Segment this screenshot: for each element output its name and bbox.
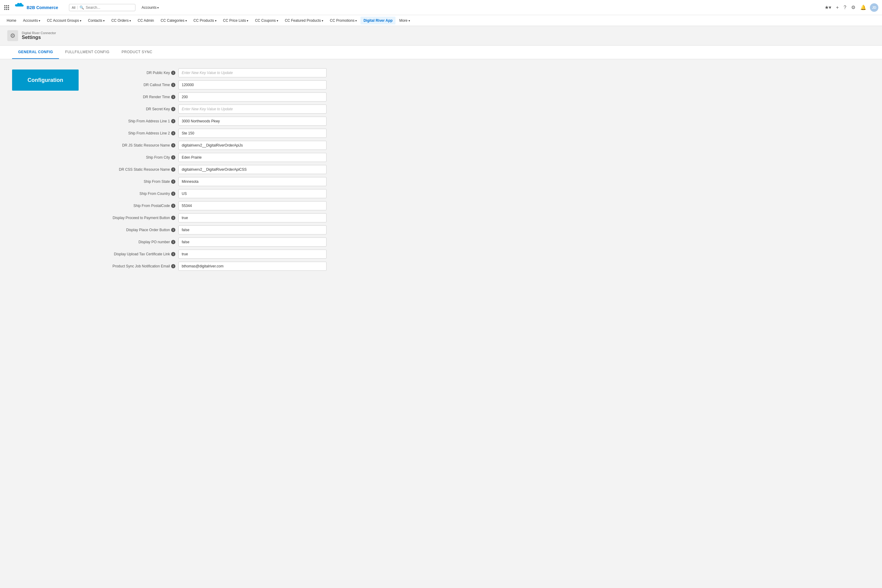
label-dr-callout-time: DR Callout Time i — [91, 83, 175, 87]
input-dr-css-static-resource-name[interactable] — [179, 165, 326, 174]
nav-contacts[interactable]: Contacts — [85, 16, 108, 24]
input-dr-js-static-resource-name[interactable] — [179, 141, 326, 150]
user-avatar[interactable]: JD — [870, 3, 878, 12]
field-ship-from-state: Ship From State i — [91, 177, 326, 186]
field-dr-callout-time: DR Callout Time i — [91, 80, 326, 90]
input-dr-public-key[interactable] — [179, 68, 326, 77]
page-header: ⚙ Digital River Connector Settings — [0, 26, 882, 46]
nav-accounts[interactable]: Accounts — [139, 4, 161, 11]
app-name: B2B Commerce — [27, 5, 58, 10]
info-icon-display-place-order-button[interactable]: i — [171, 228, 175, 232]
nav-cc-account-groups[interactable]: CC Account Groups — [44, 16, 84, 24]
salesforce-logo[interactable] — [13, 3, 24, 12]
label-ship-from-address-line-2: Ship From Address Line 2 i — [91, 131, 175, 135]
info-icon-dr-css-static-resource-name[interactable]: i — [171, 167, 175, 172]
nav-cc-featured-products[interactable]: CC Featured Products — [282, 16, 326, 24]
field-ship-from-address-line-2: Ship From Address Line 2 i — [91, 129, 326, 138]
label-ship-from-state: Ship From State i — [91, 180, 175, 184]
info-icon-dr-public-key[interactable]: i — [171, 71, 175, 75]
search-input[interactable] — [86, 6, 133, 10]
label-display-place-order-button: Display Place Order Button i — [91, 228, 175, 232]
help-button[interactable]: ? — [842, 4, 847, 12]
input-display-upload-tax-certificate-link[interactable] — [179, 250, 326, 259]
app-grid-icon[interactable] — [4, 4, 10, 10]
input-ship-from-state[interactable] — [179, 177, 326, 186]
second-navigation: Home Accounts CC Account Groups Contacts… — [0, 15, 882, 26]
input-ship-from-address-line-2[interactable] — [179, 129, 326, 138]
field-ship-from-country: Ship From Country i — [91, 189, 326, 198]
input-ship-from-address-line-1[interactable] — [179, 117, 326, 126]
info-icon-ship-from-country[interactable]: i — [171, 192, 175, 196]
field-dr-css-static-resource-name: DR CSS Static Resource Name i — [91, 165, 326, 174]
info-icon-display-upload-tax-certificate-link[interactable]: i — [171, 252, 175, 256]
tabs-bar: GENERAL CONFIG FULLFILLMENT CONFIG PRODU… — [0, 46, 882, 59]
input-product-sync-job-notification-email[interactable] — [179, 262, 326, 271]
page-subtitle: Digital River Connector — [22, 31, 56, 35]
label-dr-js-static-resource-name: DR JS Static Resource Name i — [91, 143, 175, 147]
info-icon-dr-callout-time[interactable]: i — [171, 83, 175, 87]
info-icon-ship-from-city[interactable]: i — [171, 155, 175, 159]
input-dr-callout-time[interactable] — [179, 80, 326, 90]
tab-fulfillment-config[interactable]: FULLFILLMENT CONFIG — [59, 46, 116, 59]
info-icon-dr-secret-key[interactable]: i — [171, 107, 175, 111]
label-dr-secret-key: DR Secret Key i — [91, 107, 175, 111]
label-ship-from-address-line-1: Ship From Address Line 1 i — [91, 119, 175, 123]
field-ship-from-city: Ship From City i — [91, 153, 326, 162]
label-ship-from-postal-code: Ship From PostalCode i — [91, 204, 175, 208]
label-display-upload-tax-certificate-link: Display Upload Tax Certificate Link i — [91, 252, 175, 256]
nav-cc-price-lists[interactable]: CC Price Lists — [220, 16, 252, 24]
field-dr-render-time: DR Render Time i — [91, 93, 326, 102]
info-icon-dr-js-static-resource-name[interactable]: i — [171, 143, 175, 147]
setup-button[interactable]: + — [835, 4, 840, 12]
nav-cc-products[interactable]: CC Products — [191, 16, 219, 24]
info-icon-ship-from-postal-code[interactable]: i — [171, 204, 175, 208]
input-display-proceed-to-payment-button[interactable] — [179, 213, 326, 222]
favorites-button[interactable]: ★▾ — [823, 3, 832, 12]
tab-product-sync[interactable]: PRODUCT SYNC — [116, 46, 158, 59]
nav-cc-admin[interactable]: CC Admin — [135, 16, 157, 24]
main-content: Configuration DR Public Key i DR Callout… — [0, 59, 882, 587]
input-dr-render-time[interactable] — [179, 93, 326, 102]
label-display-proceed-to-payment-button: Display Proceed to Payment Button i — [91, 216, 175, 220]
field-display-upload-tax-certificate-link: Display Upload Tax Certificate Link i — [91, 250, 326, 259]
nav-accounts[interactable]: Accounts — [20, 16, 43, 24]
info-icon-ship-from-state[interactable]: i — [171, 180, 175, 184]
input-ship-from-city[interactable] — [179, 153, 326, 162]
field-dr-js-static-resource-name: DR JS Static Resource Name i — [91, 141, 326, 150]
notifications-button[interactable]: 🔔 — [859, 3, 867, 12]
info-icon-ship-from-address-line-2[interactable]: i — [171, 131, 175, 135]
info-icon-dr-render-time[interactable]: i — [171, 95, 175, 99]
label-dr-render-time: DR Render Time i — [91, 95, 175, 99]
nav-digital-river-app[interactable]: Digital River App — [361, 16, 395, 24]
field-display-place-order-button: Display Place Order Button i — [91, 225, 326, 234]
nav-cc-promotions[interactable]: CC Promotions — [327, 16, 360, 24]
top-nav-links: Accounts — [139, 4, 823, 11]
top-navigation: B2B Commerce All 🔍 Accounts ★▾ + ? ⚙ 🔔 J… — [0, 0, 882, 15]
input-dr-secret-key[interactable] — [179, 105, 326, 114]
info-icon-display-po-number[interactable]: i — [171, 240, 175, 244]
field-ship-from-postal-code: Ship From PostalCode i — [91, 201, 326, 210]
info-icon-ship-from-address-line-1[interactable]: i — [171, 119, 175, 123]
form-area: DR Public Key i DR Callout Time i DR Ren… — [91, 68, 326, 578]
nav-more[interactable]: More — [396, 16, 413, 24]
page-title: Settings — [22, 35, 56, 40]
settings-page-icon: ⚙ — [7, 30, 18, 41]
input-ship-from-country[interactable] — [179, 189, 326, 198]
info-icon-product-sync-job-notification-email[interactable]: i — [171, 264, 175, 268]
input-ship-from-postal-code[interactable] — [179, 201, 326, 210]
search-scope[interactable]: All — [72, 6, 77, 9]
nav-cc-categories[interactable]: CC Categories — [158, 16, 189, 24]
info-icon-display-proceed-to-payment-button[interactable]: i — [171, 216, 175, 220]
nav-cc-coupons[interactable]: CC Coupons — [252, 16, 281, 24]
field-dr-secret-key: DR Secret Key i — [91, 105, 326, 114]
tab-general-config[interactable]: GENERAL CONFIG — [12, 46, 59, 59]
label-dr-public-key: DR Public Key i — [91, 71, 175, 75]
input-display-po-number[interactable] — [179, 237, 326, 246]
nav-home[interactable]: Home — [4, 16, 20, 24]
nav-cc-orders[interactable]: CC Orders — [108, 16, 134, 24]
field-product-sync-job-notification-email: Product Sync Job Notification Email i — [91, 262, 326, 271]
top-nav-icons: ★▾ + ? ⚙ 🔔 JD — [823, 3, 878, 12]
label-display-po-number: Display PO number i — [91, 240, 175, 244]
gear-button[interactable]: ⚙ — [850, 3, 856, 12]
input-display-place-order-button[interactable] — [179, 225, 326, 234]
